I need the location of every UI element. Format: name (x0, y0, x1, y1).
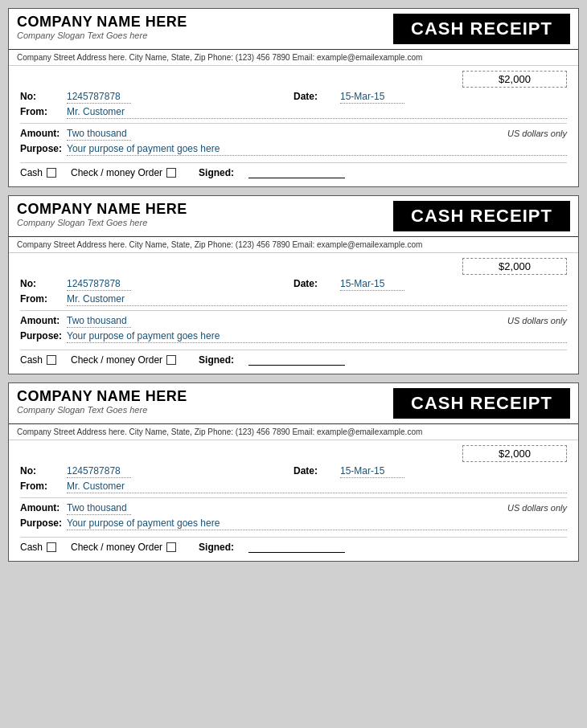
receipt-title-1: CASH RECEIPT (411, 18, 552, 39)
date-value-1: 15-Mar-15 (340, 91, 404, 104)
date-label-3: Date: (294, 465, 340, 476)
check-checkbox-1[interactable] (166, 168, 176, 178)
receipt-body-1: $2,000 No: 1245787878 Date: 15-Mar-15 Fr… (9, 66, 578, 186)
receipt-body-2: $2,000 No: 1245787878 Date: 15-Mar-15 Fr… (9, 253, 578, 374)
us-dollars-2: US dollars only (507, 316, 567, 325)
no-value-1: 1245787878 (67, 91, 131, 104)
amount-label-2: Amount: (20, 315, 67, 326)
no-value-2: 1245787878 (67, 278, 131, 291)
receipt-list: COMPANY NAME HERE Company Slogan Text Go… (8, 8, 579, 562)
amount-box-2: $2,000 (462, 258, 567, 275)
check-item-2: Check / money Order (71, 354, 176, 366)
divider-1 (20, 123, 567, 124)
date-value-3: 15-Mar-15 (340, 465, 404, 478)
amount-row-2: $2,000 (20, 258, 567, 275)
no-date-row-3: No: 1245787878 Date: 15-Mar-15 (20, 465, 567, 478)
receipt-1: COMPANY NAME HERE Company Slogan Text Go… (8, 8, 579, 187)
us-dollars-3: US dollars only (507, 503, 567, 513)
divider-2 (20, 162, 567, 163)
cash-item-2: Cash (20, 354, 56, 366)
amount-text-value-2: Two thousand (67, 315, 131, 328)
purpose-value-3: Your purpose of payment goes here (67, 517, 567, 530)
no-value-3: 1245787878 (67, 465, 131, 478)
from-value-1: Mr. Customer (67, 106, 567, 119)
cash-checkbox-2[interactable] (47, 355, 56, 365)
purpose-value-1: Your purpose of payment goes here (67, 143, 567, 156)
receipt-2-header: COMPANY NAME HERE Company Slogan Text Go… (9, 196, 578, 237)
company-info-1: COMPANY NAME HERE Company Slogan Text Go… (17, 14, 385, 44)
check-label-1: Check / money Order (71, 167, 162, 178)
company-slogan-2: Company Slogan Text Goes here (17, 218, 385, 227)
from-label-2: From: (20, 293, 67, 305)
amount-text-value-3: Two thousand (67, 502, 131, 515)
receipt-title-box-1: CASH RECEIPT (393, 14, 570, 44)
signed-label-2: Signed: (199, 354, 245, 366)
receipt-3: COMPANY NAME HERE Company Slogan Text Go… (8, 382, 579, 562)
cash-checkbox-3[interactable] (47, 542, 56, 552)
no-label-2: No: (20, 278, 67, 289)
no-date-row-1: No: 1245787878 Date: 15-Mar-15 (20, 91, 567, 104)
check-checkbox-2[interactable] (166, 355, 176, 365)
address-bar-1: Company Street Address here. City Name, … (9, 50, 578, 66)
no-label-1: No: (20, 91, 67, 102)
no-section-2: No: 1245787878 (20, 278, 294, 291)
receipt-title-box-3: CASH RECEIPT (393, 388, 570, 419)
payment-row-3: Cash Check / money Order Signed: (20, 542, 567, 553)
amount-box-3: $2,000 (462, 445, 567, 462)
signed-section-1: Signed: (199, 167, 345, 178)
company-name-3: COMPANY NAME HERE (17, 388, 385, 405)
date-section-3: Date: 15-Mar-15 (294, 465, 567, 478)
amount-text-row-2: Amount: Two thousand US dollars only (20, 315, 567, 328)
no-section-3: No: 1245787878 (20, 465, 294, 478)
signed-section-2: Signed: (199, 354, 345, 366)
purpose-value-2: Your purpose of payment goes here (67, 330, 567, 343)
amount-text-value-1: Two thousand (67, 128, 131, 141)
signed-line-3[interactable] (248, 542, 345, 553)
amount-text-row-3: Amount: Two thousand US dollars only (20, 502, 567, 515)
address-bar-3: Company Street Address here. City Name, … (9, 424, 578, 440)
check-checkbox-3[interactable] (166, 542, 176, 552)
amount-row-1: $2,000 (20, 71, 567, 88)
cash-checkbox-1[interactable] (47, 168, 56, 178)
purpose-label-2: Purpose: (20, 330, 67, 342)
from-value-2: Mr. Customer (67, 293, 567, 306)
cash-label-3: Cash (20, 542, 43, 553)
signed-label-1: Signed: (199, 167, 245, 178)
us-dollars-1: US dollars only (507, 129, 567, 138)
amount-text-row-1: Amount: Two thousand US dollars only (20, 128, 567, 141)
address-bar-2: Company Street Address here. City Name, … (9, 237, 578, 253)
receipt-title-2: CASH RECEIPT (411, 206, 552, 227)
receipt-title-box-2: CASH RECEIPT (393, 201, 570, 231)
no-section-1: No: 1245787878 (20, 91, 294, 104)
signed-line-2[interactable] (248, 354, 345, 366)
from-row-2: From: Mr. Customer (20, 293, 567, 306)
company-name-1: COMPANY NAME HERE (17, 14, 385, 31)
receipt-3-header: COMPANY NAME HERE Company Slogan Text Go… (9, 383, 578, 424)
date-section-1: Date: 15-Mar-15 (294, 91, 567, 104)
divider-6 (20, 537, 567, 538)
company-slogan-3: Company Slogan Text Goes here (17, 405, 385, 415)
date-section-2: Date: 15-Mar-15 (294, 278, 567, 291)
divider-3 (20, 310, 567, 311)
signed-label-3: Signed: (199, 542, 245, 553)
payment-row-2: Cash Check / money Order Signed: (20, 354, 567, 366)
from-label-3: From: (20, 481, 67, 492)
cash-item-1: Cash (20, 167, 56, 178)
from-row-1: From: Mr. Customer (20, 106, 567, 119)
company-name-2: COMPANY NAME HERE (17, 201, 385, 218)
from-value-3: Mr. Customer (67, 481, 567, 493)
company-slogan-1: Company Slogan Text Goes here (17, 31, 385, 40)
check-label-3: Check / money Order (71, 542, 162, 553)
amount-row-3: $2,000 (20, 445, 567, 462)
purpose-row-3: Purpose: Your purpose of payment goes he… (20, 517, 567, 530)
from-label-1: From: (20, 106, 67, 117)
check-item-3: Check / money Order (71, 542, 176, 553)
amount-box-1: $2,000 (462, 71, 567, 88)
purpose-label-1: Purpose: (20, 143, 67, 154)
no-label-3: No: (20, 465, 67, 476)
cash-item-3: Cash (20, 542, 56, 553)
signed-section-3: Signed: (199, 542, 345, 553)
company-info-3: COMPANY NAME HERE Company Slogan Text Go… (17, 388, 385, 419)
amount-label-3: Amount: (20, 502, 67, 513)
signed-line-1[interactable] (248, 167, 345, 178)
